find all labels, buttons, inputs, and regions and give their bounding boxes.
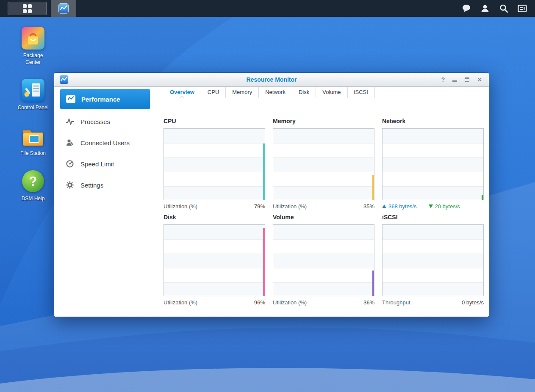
tab-cpu[interactable]: CPU (201, 87, 226, 98)
cpu-chart (164, 128, 265, 200)
sidebar-item-processes[interactable]: Processes (54, 111, 156, 132)
tab-network[interactable]: Network (259, 87, 292, 98)
footer-value: 96% (254, 299, 265, 306)
footer-label: Utilization (%) (273, 299, 307, 306)
connected-users-icon (64, 138, 75, 147)
help-button[interactable]: ? (441, 77, 445, 83)
package-center-icon (21, 26, 45, 50)
file-station-icon (21, 124, 45, 148)
desktop-icon-label: Control Panel (18, 105, 49, 111)
footer-label: Throughput (382, 299, 410, 306)
speed-limit-icon (64, 160, 75, 168)
footer-value: 79% (254, 203, 265, 210)
window-title: Resource Monitor (54, 76, 489, 83)
panel-network: Network 368 bytes/s (382, 118, 484, 210)
footer-value: 36% (363, 299, 374, 306)
desktop-icon-label: DSM Help (22, 196, 45, 202)
panel-title: Volume (273, 214, 374, 221)
search-icon (499, 3, 509, 14)
upload-arrow-icon (382, 204, 386, 208)
main-menu-grid-icon (23, 4, 32, 13)
desktop-icon-dsm-help[interactable]: ? DSM Help (13, 169, 53, 202)
chat-bubble-icon (461, 3, 471, 14)
footer-label: Utilization (%) (273, 203, 307, 210)
maximize-button[interactable] (465, 77, 469, 82)
main-area: Overview CPU Memory Network Disk Volume … (156, 87, 489, 317)
sidebar: Performance Processes (54, 87, 156, 317)
sidebar-item-label: Settings (80, 182, 103, 189)
disk-sparkline (263, 228, 265, 296)
user-menu-button[interactable] (477, 1, 493, 16)
resource-monitor-icon (58, 3, 69, 14)
cpu-sparkline (263, 144, 265, 200)
user-icon (480, 3, 490, 14)
sidebar-item-speed-limit[interactable]: Speed Limit (54, 153, 156, 174)
disk-chart (164, 224, 265, 296)
memory-chart (273, 128, 374, 200)
footer-label: Utilization (%) (164, 299, 197, 306)
memory-sparkline (372, 175, 374, 200)
sidebar-item-label: Speed Limit (80, 160, 114, 168)
desktop-icon-column: Package Center Control Panel (13, 26, 53, 202)
footer-value: 35% (363, 203, 374, 210)
sidebar-item-label: Connected Users (80, 139, 130, 146)
resource-monitor-window: Resource Monitor ? ✕ Performan (54, 73, 489, 317)
panel-title: Disk (164, 214, 265, 221)
widgets-button[interactable] (515, 1, 530, 16)
notifications-button[interactable] (459, 1, 474, 16)
minimize-button[interactable] (452, 77, 457, 82)
main-menu-button[interactable] (8, 2, 47, 15)
panel-memory: Memory Utilization (%) 35% (273, 118, 374, 210)
desktop: Package Center Control Panel (0, 0, 535, 392)
settings-gear-icon (64, 181, 75, 189)
resource-monitor-icon (59, 75, 69, 84)
upload-rate: 368 bytes/s (388, 203, 417, 210)
desktop-icon-file-station[interactable]: File Station (13, 124, 53, 157)
performance-icon (65, 94, 76, 105)
footer-label: Utilization (%) (164, 203, 197, 210)
volume-chart (273, 224, 374, 296)
panel-title: iSCSI (382, 214, 484, 221)
sidebar-item-connected-users[interactable]: Connected Users (54, 132, 156, 153)
iscsi-chart (382, 224, 484, 296)
desktop-icon-package-center[interactable]: Package Center (13, 26, 53, 66)
search-button[interactable] (496, 1, 511, 16)
tab-overview[interactable]: Overview (164, 87, 201, 98)
sidebar-item-settings[interactable]: Settings (54, 174, 156, 196)
panel-volume: Volume Utilization (%) 36% (273, 214, 374, 306)
network-chart (382, 128, 484, 200)
tab-volume[interactable]: Volume (316, 87, 347, 98)
sidebar-item-performance[interactable]: Performance (60, 89, 150, 109)
download-rate: 20 bytes/s (435, 203, 460, 210)
tab-memory[interactable]: Memory (226, 87, 259, 98)
footer-value: 0 bytes/s (462, 299, 484, 306)
desktop-icon-control-panel[interactable]: Control Panel (13, 78, 53, 111)
taskbar-app-resource-monitor[interactable] (51, 0, 76, 17)
sidebar-item-label: Performance (81, 96, 120, 103)
panel-title: CPU (164, 118, 265, 124)
processes-icon (64, 117, 75, 126)
panel-title: Network (382, 118, 484, 124)
content-area: CPU Utilization (%) 79% Memory (156, 98, 489, 317)
tab-disk[interactable]: Disk (292, 87, 316, 98)
panel-disk: Disk Utilization (%) 96% (164, 214, 265, 306)
taskbar (0, 0, 535, 17)
svg-text:?: ? (29, 174, 37, 189)
panel-title: Memory (273, 118, 374, 124)
widgets-icon (517, 3, 527, 14)
control-panel-icon (21, 78, 45, 102)
network-sparkline (482, 195, 483, 200)
volume-sparkline (372, 271, 374, 296)
tab-iscsi[interactable]: iSCSI (348, 87, 375, 98)
dsm-help-icon: ? (21, 169, 45, 193)
tab-bar: Overview CPU Memory Network Disk Volume … (156, 87, 489, 98)
sidebar-item-label: Processes (80, 118, 110, 125)
desktop-icon-label: Package Center (16, 52, 50, 66)
desktop-icon-label: File Station (20, 150, 46, 157)
download-arrow-icon (429, 204, 433, 208)
window-titlebar[interactable]: Resource Monitor ? ✕ (54, 73, 489, 87)
close-button[interactable]: ✕ (477, 77, 482, 83)
panel-iscsi: iSCSI Throughput 0 bytes/s (382, 214, 484, 306)
panel-cpu: CPU Utilization (%) 79% (164, 118, 265, 210)
